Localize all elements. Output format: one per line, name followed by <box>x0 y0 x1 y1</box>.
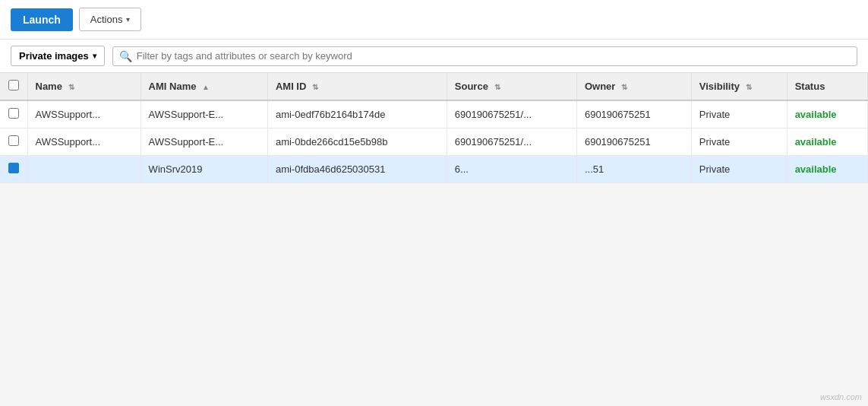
row-0-status: available <box>787 100 867 128</box>
row-1-checkbox[interactable] <box>8 135 19 146</box>
search-input[interactable] <box>137 50 851 62</box>
row-2-selected-checkbox[interactable] <box>8 163 19 173</box>
row-0-name: AWSSupport... <box>27 100 140 128</box>
header-status[interactable]: Status <box>787 73 867 100</box>
row-2-ami-id: ami-0fdba46d625030531 <box>267 156 447 183</box>
row-1-ami-id: ami-0bde266cd15e5b98b <box>267 128 447 156</box>
table-header-row: Name ⇅ AMI Name ▲ AMI ID ⇅ Source ⇅ Owne… <box>0 73 868 100</box>
row-0-checkbox[interactable] <box>8 108 19 119</box>
search-icon: 🔍 <box>119 50 132 62</box>
toolbar: Launch Actions ▾ <box>0 0 868 40</box>
header-visibility[interactable]: Visibility ⇅ <box>691 73 787 100</box>
row-0-visibility: Private <box>691 100 787 128</box>
owner-sort-icon: ⇅ <box>621 83 627 91</box>
launch-button[interactable]: Launch <box>11 8 73 31</box>
table-row[interactable]: AWSSupport...AWSSupport-E...ami-0bde266c… <box>0 128 868 156</box>
search-box: 🔍 <box>112 46 857 66</box>
table-body: AWSSupport...AWSSupport-E...ami-0edf76b2… <box>0 100 868 183</box>
header-ami-name[interactable]: AMI Name ▲ <box>140 73 267 100</box>
row-1-source: 690190675251/... <box>447 128 576 156</box>
row-2-owner: ...51 <box>576 156 691 183</box>
header-ami-id[interactable]: AMI ID ⇅ <box>267 73 447 100</box>
table-row[interactable]: AWSSupport...AWSSupport-E...ami-0edf76b2… <box>0 100 868 128</box>
ami-table: Name ⇅ AMI Name ▲ AMI ID ⇅ Source ⇅ Owne… <box>0 73 868 183</box>
ami-name-sort-icon: ▲ <box>202 83 210 91</box>
table-container: Name ⇅ AMI Name ▲ AMI ID ⇅ Source ⇅ Owne… <box>0 73 868 183</box>
filter-bar: Private images ▾ 🔍 <box>0 40 868 73</box>
row-2-ami-name: WinSrv2019 <box>140 156 267 183</box>
table-row[interactable]: WinSrv2019ami-0fdba46d6250305316......51… <box>0 156 868 183</box>
actions-label: Actions <box>90 14 123 25</box>
row-1-owner: 690190675251 <box>576 128 691 156</box>
row-1-checkbox-cell[interactable] <box>0 128 27 156</box>
row-0-ami-name: AWSSupport-E... <box>140 100 267 128</box>
row-1-status: available <box>787 128 867 156</box>
row-1-ami-name: AWSSupport-E... <box>140 128 267 156</box>
row-2-status: available <box>787 156 867 183</box>
header-checkbox-cell[interactable] <box>0 73 27 100</box>
watermark: wsxdn.com <box>820 392 862 401</box>
row-0-source: 690190675251/... <box>447 100 576 128</box>
header-name[interactable]: Name ⇅ <box>27 73 140 100</box>
row-0-checkbox-cell[interactable] <box>0 100 27 128</box>
private-images-dropdown[interactable]: Private images ▾ <box>11 46 105 66</box>
row-1-visibility: Private <box>691 128 787 156</box>
actions-caret-icon: ▾ <box>126 15 130 24</box>
header-source[interactable]: Source ⇅ <box>447 73 576 100</box>
row-2-visibility: Private <box>691 156 787 183</box>
filter-dropdown-label: Private images <box>19 50 89 62</box>
header-owner[interactable]: Owner ⇅ <box>576 73 691 100</box>
row-2-checkbox-cell[interactable] <box>0 156 27 183</box>
visibility-sort-icon: ⇅ <box>746 83 752 91</box>
source-sort-icon: ⇅ <box>494 83 500 91</box>
row-2-source: 6... <box>447 156 576 183</box>
ami-id-sort-icon: ⇅ <box>312 83 318 91</box>
row-0-owner: 690190675251 <box>576 100 691 128</box>
header-checkbox[interactable] <box>8 80 19 90</box>
row-1-name: AWSSupport... <box>27 128 140 156</box>
row-0-ami-id: ami-0edf76b2164b174de <box>267 100 447 128</box>
dropdown-caret-icon: ▾ <box>93 52 96 60</box>
row-2-name <box>27 156 140 183</box>
name-sort-icon: ⇅ <box>68 83 74 91</box>
actions-button[interactable]: Actions ▾ <box>79 8 142 31</box>
